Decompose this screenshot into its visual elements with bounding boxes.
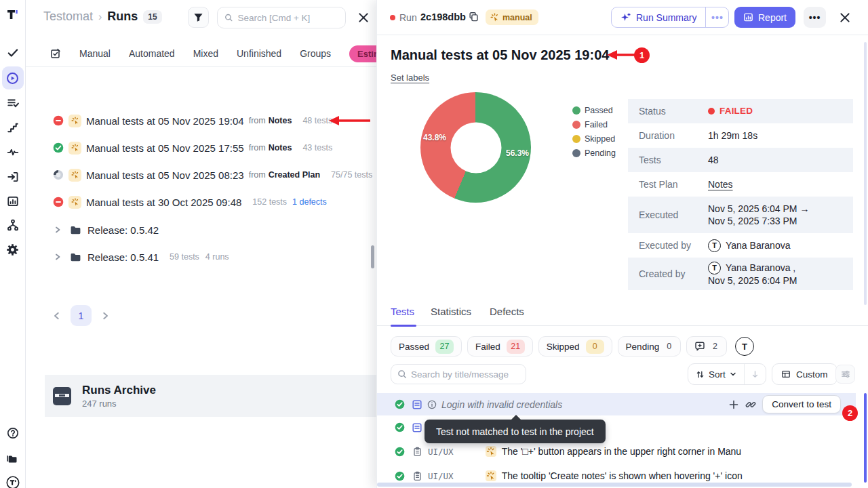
arrow-down-icon [751, 370, 760, 379]
created-by-value: TYana Baranova , Nov 5, 2025 6:04 PM [708, 262, 797, 287]
run-summary-more-button[interactable]: ••• [706, 7, 728, 27]
runs-count-badge: 15 [143, 10, 161, 24]
left-scrollbar-thumb[interactable] [371, 245, 374, 268]
user-avatar: T [708, 239, 721, 252]
sidebar-item-reports[interactable] [6, 195, 20, 208]
more-actions-button[interactable]: ••• [804, 7, 826, 28]
test-title[interactable]: The '□+' button appears in the upper rig… [502, 446, 742, 457]
filter-chip-failed[interactable]: Failed21 [467, 336, 533, 357]
tab-mixed[interactable]: Mixed [193, 48, 218, 59]
tab-automated[interactable]: Automated [129, 48, 175, 59]
filter-chip-skipped[interactable]: Skipped0 [538, 336, 612, 357]
run-title: Manual tests at 05 Nov 2025 08:23 [86, 169, 244, 181]
sidebar-item-test-plans[interactable] [6, 96, 20, 110]
tests-hscrollbar[interactable] [377, 483, 852, 487]
testomat-logo-icon[interactable] [6, 7, 20, 21]
folder-row[interactable]: Release: 0.5.41 59 tests 4 runs [26, 243, 376, 270]
executed-by-value: TYana Baranova [708, 239, 790, 252]
status-value: FAILED [708, 105, 753, 117]
tab-unfinished[interactable]: Unfinished [237, 48, 281, 59]
link-icon[interactable] [745, 399, 756, 410]
custom-view-button[interactable]: Custom [772, 363, 837, 385]
tab-groups[interactable]: Groups [300, 48, 331, 59]
run-row[interactable]: Manual tests at 05 Nov 2025 17:55 from N… [26, 134, 376, 161]
chevron-right-icon[interactable] [54, 253, 61, 260]
test-title[interactable]: The tooltip 'Create notes' is shown when… [502, 470, 743, 481]
test-row-skipped[interactable]: Login with invalid credentials Convert t… [377, 393, 856, 415]
prev-page-icon[interactable] [53, 312, 61, 320]
run-from-label: from [249, 143, 266, 152]
comment-plus-icon [694, 341, 705, 352]
assignee-avatar-filter[interactable]: T [735, 337, 754, 356]
note-icon [412, 399, 422, 410]
tab-manual[interactable]: Manual [79, 48, 111, 59]
runs-search-input[interactable] [237, 13, 338, 23]
tests-search-input[interactable] [411, 369, 516, 380]
breadcrumb-separator-icon: › [98, 11, 102, 23]
breadcrumb-app[interactable]: Testomat [43, 9, 93, 24]
run-summary-button[interactable]: Run Summary [612, 7, 706, 27]
tab-statistics[interactable]: Statistics [431, 306, 471, 317]
runs-archive[interactable]: Runs Archive 247 runs [45, 375, 376, 417]
report-button[interactable]: Report [734, 7, 795, 28]
sidebar-item-branches[interactable] [6, 218, 20, 232]
sort-direction-button[interactable] [745, 364, 766, 384]
filter-button[interactable] [188, 7, 209, 28]
runs-search[interactable] [217, 7, 346, 28]
legend-dot-pending [572, 149, 580, 157]
runs-header: Testomat › Runs 15 [26, 0, 376, 39]
filter-chip-comments[interactable]: 2 [686, 336, 727, 357]
help-icon[interactable] [6, 426, 20, 440]
tab-defects[interactable]: Defects [490, 306, 524, 317]
chevron-right-icon[interactable] [54, 226, 61, 233]
sidebar-item-import[interactable] [6, 170, 20, 184]
detail-scrollbar-thumb[interactable] [864, 42, 867, 305]
breadcrumb-page: Runs [107, 9, 138, 24]
convert-to-test-button[interactable]: Convert to test [762, 395, 841, 413]
failed-dot-icon [708, 108, 715, 115]
partial-status-icon [53, 169, 64, 180]
run-defects-link[interactable]: 1 defects [292, 197, 327, 207]
close-detail-icon[interactable] [839, 12, 851, 24]
failed-pct-label: 43.8% [423, 133, 446, 142]
user-avatar: T [708, 262, 721, 274]
run-row[interactable]: Manual tests at 05 Nov 2025 19:04 from N… [26, 107, 376, 134]
test-tag: UI/UX [428, 447, 454, 457]
sort-button[interactable]: Sort [688, 364, 745, 384]
tab-estimate[interactable]: Estim [349, 45, 376, 62]
test-plan-link[interactable]: Notes [708, 178, 733, 190]
sort-control: Sort [688, 363, 766, 385]
next-page-icon[interactable] [101, 312, 109, 320]
sidebar-item-settings[interactable] [6, 243, 20, 256]
add-icon[interactable] [728, 399, 739, 410]
folder-icon [70, 224, 81, 236]
folder-title: Release: 0.5.41 [87, 251, 159, 263]
test-tag: UI/UX [428, 471, 454, 481]
sidebar-item-activity[interactable] [6, 145, 20, 159]
tests-search[interactable] [391, 364, 526, 384]
filter-chip-pending[interactable]: Pending0 [618, 336, 682, 357]
sidebar-item-milestones[interactable] [6, 121, 20, 134]
run-row[interactable]: Manual tests at 05 Nov 2025 08:23 from C… [26, 161, 376, 188]
sidebar-item-runs[interactable] [6, 71, 20, 85]
panel-close-icon[interactable] [357, 12, 370, 24]
legend-dot-passed [572, 106, 580, 115]
user-avatar[interactable] [6, 476, 20, 488]
filter-chip-passed[interactable]: Passed27 [391, 336, 462, 357]
search-icon [224, 13, 233, 22]
folder-row[interactable]: Release: 0.5.42 [26, 216, 376, 243]
set-labels-link[interactable]: Set labels [391, 73, 429, 83]
test-title[interactable]: Login with invalid credentials [441, 399, 562, 410]
tab-tests[interactable]: Tests [391, 306, 414, 317]
sidebar-item-checks[interactable] [6, 46, 20, 60]
select-runs-icon[interactable] [50, 48, 61, 59]
detail-tabs: Tests Statistics Defects [377, 306, 868, 326]
copy-icon[interactable] [469, 12, 479, 22]
run-row[interactable]: Manual tests at 30 Oct 2025 09:48 152 te… [26, 188, 376, 216]
projects-icon[interactable] [6, 452, 20, 466]
page-number[interactable]: 1 [71, 305, 92, 326]
info-icon[interactable] [427, 400, 437, 409]
info-row-executed-by: Executed by TYana Baranova [628, 233, 853, 258]
display-settings-button[interactable] [835, 365, 855, 384]
tests-scrollbar-thumb[interactable] [864, 393, 867, 483]
